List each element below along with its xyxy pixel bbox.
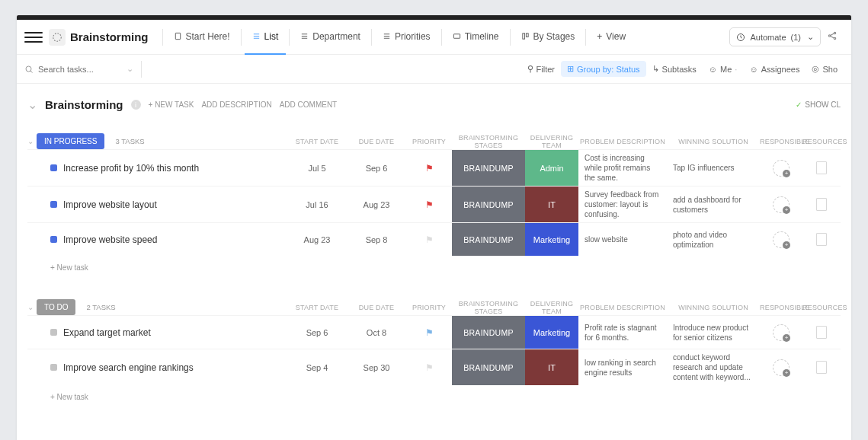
- problem-cell[interactable]: Profit rate is stagnant for 6 months.: [578, 316, 667, 349]
- responsible-cell[interactable]: [760, 150, 802, 186]
- status-square[interactable]: [50, 164, 57, 171]
- start-date[interactable]: Sep 4: [287, 349, 347, 385]
- problem-cell[interactable]: slow website: [578, 223, 667, 256]
- due-date[interactable]: Sep 8: [347, 223, 406, 256]
- solution-cell[interactable]: Tap IG influencers: [667, 150, 760, 186]
- task-name: Improve website layout: [63, 199, 157, 210]
- search-dropdown-icon[interactable]: ⌄: [122, 64, 138, 74]
- tab-priorities[interactable]: Priorities: [375, 20, 438, 55]
- task-row[interactable]: Increase profit by 10% this month Jul 5 …: [27, 149, 841, 186]
- group-icon: ⊞: [567, 64, 574, 74]
- me-button[interactable]: ☺Me·: [703, 65, 744, 74]
- stage-cell[interactable]: BRAINDUMP: [452, 187, 525, 222]
- group-header: ⌄ TO DO 2 TASKS START DATEDUE DATEPRIORI…: [27, 299, 841, 315]
- stage-cell[interactable]: BRAINDUMP: [452, 150, 525, 186]
- problem-cell[interactable]: Cost is increasing while profit remains …: [578, 150, 667, 186]
- stage-cell[interactable]: BRAINDUMP: [452, 223, 525, 256]
- filter-button[interactable]: ⚲Filter: [521, 64, 561, 74]
- menu-icon[interactable]: [24, 28, 43, 46]
- task-name: Improve search engine rankings: [63, 362, 194, 373]
- team-cell[interactable]: IT: [525, 187, 578, 222]
- task-row[interactable]: Improve website speed Aug 23 Sep 8 ⚑ BRA…: [27, 222, 841, 256]
- task-row[interactable]: Expand target market Sep 6 Oct 8 ⚑ BRAIN…: [27, 315, 841, 349]
- info-icon[interactable]: i: [131, 100, 141, 110]
- solution-cell[interactable]: conduct keyword research and update cont…: [667, 349, 760, 385]
- team-cell[interactable]: IT: [525, 349, 578, 385]
- task-row[interactable]: Improve search engine rankings Sep 4 Sep…: [27, 349, 841, 385]
- new-task-button[interactable]: + New task: [27, 256, 841, 272]
- start-date[interactable]: Jul 16: [287, 187, 347, 222]
- stage-cell[interactable]: BRAINDUMP: [452, 316, 525, 349]
- search-input-wrap[interactable]: [24, 65, 122, 74]
- due-date[interactable]: Sep 30: [347, 349, 406, 385]
- status-square[interactable]: [50, 201, 57, 208]
- tab-list[interactable]: List: [245, 20, 287, 55]
- subtasks-button[interactable]: ↳Subtasks: [646, 64, 703, 74]
- show-button[interactable]: ◎Sho: [806, 64, 844, 74]
- responsible-cell[interactable]: [760, 223, 802, 256]
- tab-start-here[interactable]: Start Here!: [166, 20, 238, 55]
- priority-flag[interactable]: ⚑: [406, 150, 452, 186]
- start-date[interactable]: Sep 6: [287, 316, 347, 349]
- tab-timeline[interactable]: Timeline: [445, 20, 507, 55]
- svg-rect-12: [522, 33, 524, 39]
- due-date[interactable]: Sep 6: [347, 150, 406, 186]
- add-comment-link[interactable]: ADD COMMENT: [280, 100, 338, 109]
- start-date[interactable]: Jul 5: [287, 150, 347, 186]
- status-square[interactable]: [50, 364, 57, 371]
- team-cell[interactable]: Admin: [525, 150, 578, 186]
- assign-icon: [773, 196, 790, 213]
- solution-cell[interactable]: Introduce new product for senior citizen…: [667, 316, 760, 349]
- responsible-cell[interactable]: [760, 349, 802, 385]
- team-cell[interactable]: Marketing: [525, 223, 578, 256]
- start-date[interactable]: Aug 23: [287, 223, 347, 256]
- collapse-icon[interactable]: ⌄: [27, 303, 34, 311]
- new-task-link[interactable]: + NEW TASK: [149, 100, 194, 109]
- collapse-icon[interactable]: ⌄: [27, 137, 34, 145]
- task-row[interactable]: Improve website layout Jul 16 Aug 23 ⚑ B…: [27, 186, 841, 222]
- automate-button[interactable]: Automate(1) ⌄: [729, 27, 821, 46]
- svg-point-16: [834, 32, 835, 33]
- tab-by-stages[interactable]: By Stages: [514, 20, 583, 55]
- doc-icon: [816, 233, 827, 246]
- due-date[interactable]: Aug 23: [347, 187, 406, 222]
- priority-flag[interactable]: ⚑: [406, 316, 452, 349]
- share-icon[interactable]: [821, 30, 844, 44]
- users-icon: ☺: [749, 65, 757, 74]
- problem-cell[interactable]: Survey feedback from customer: layout is…: [578, 187, 667, 222]
- search-input[interactable]: [38, 65, 122, 74]
- due-date[interactable]: Oct 8: [347, 316, 406, 349]
- user-icon: ☺: [709, 65, 717, 74]
- responsible-cell[interactable]: [760, 187, 802, 222]
- resources-cell[interactable]: [802, 150, 841, 186]
- status-square[interactable]: [50, 329, 57, 336]
- tab-department[interactable]: Department: [293, 20, 368, 55]
- status-square[interactable]: [50, 236, 57, 243]
- resources-cell[interactable]: [802, 223, 841, 256]
- assignees-button[interactable]: ☺Assignees: [743, 65, 806, 74]
- resources-cell[interactable]: [802, 187, 841, 222]
- flag-icon: ⚑: [425, 199, 434, 210]
- priority-flag[interactable]: ⚑: [406, 187, 452, 222]
- new-task-button[interactable]: + New task: [27, 385, 841, 401]
- collapse-icon[interactable]: ⌄: [27, 97, 37, 112]
- team-cell[interactable]: Marketing: [525, 316, 578, 349]
- priority-flag[interactable]: ⚑: [406, 349, 452, 385]
- add-description-link[interactable]: ADD DESCRIPTION: [201, 100, 271, 109]
- solution-cell[interactable]: photo and video optimization: [667, 223, 760, 256]
- space-avatar[interactable]: [49, 29, 66, 46]
- tab-add-view[interactable]: +View: [589, 20, 633, 55]
- status-pill[interactable]: TO DO: [37, 299, 75, 315]
- status-pill[interactable]: IN PROGRESS: [37, 133, 104, 149]
- priority-flag[interactable]: ⚑: [406, 223, 452, 256]
- svg-point-0: [53, 33, 62, 41]
- stage-cell[interactable]: BRAINDUMP: [452, 349, 525, 385]
- solution-cell[interactable]: add a dashboard for customers: [667, 187, 760, 222]
- group-by-button[interactable]: ⊞Group by: Status: [561, 61, 646, 77]
- problem-cell[interactable]: low ranking in search engine results: [578, 349, 667, 385]
- resources-cell[interactable]: [802, 349, 841, 385]
- resources-cell[interactable]: [802, 316, 841, 349]
- show-closed-link[interactable]: ✓SHOW CL: [796, 100, 841, 109]
- space-name[interactable]: Brainstorming: [70, 30, 149, 43]
- responsible-cell[interactable]: [760, 316, 802, 349]
